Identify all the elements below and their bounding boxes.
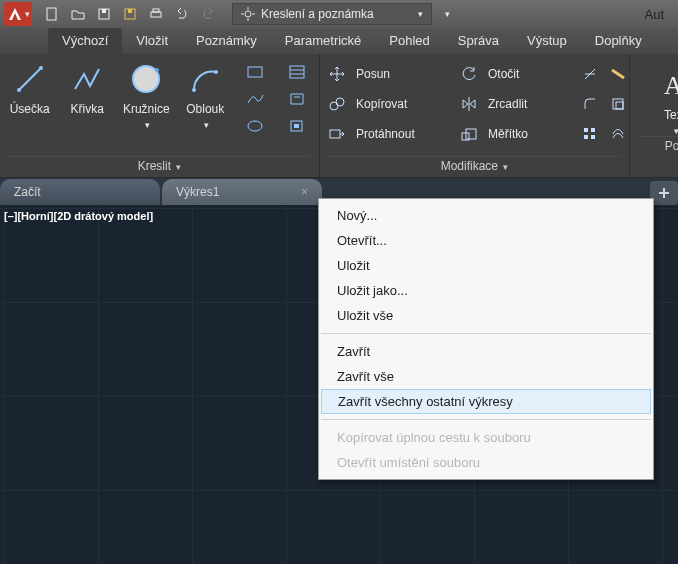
- qat-overflow-icon[interactable]: ▾: [434, 3, 458, 25]
- add-tab-button[interactable]: [650, 181, 678, 205]
- tab-parametricke[interactable]: Parametrické: [271, 28, 376, 54]
- svg-point-20: [248, 121, 262, 131]
- menu-save[interactable]: Uložit: [319, 253, 653, 278]
- app-logo[interactable]: ▾: [4, 2, 32, 26]
- ribbon-tabs: Výchozí Vložit Poznámky Parametrické Poh…: [0, 28, 678, 54]
- array-icon[interactable]: [582, 126, 606, 142]
- svg-rect-32: [466, 129, 476, 139]
- spline-icon[interactable]: [241, 87, 269, 111]
- tab-doplnky[interactable]: Doplňky: [581, 28, 656, 54]
- svg-text:A: A: [664, 71, 678, 100]
- doc-tab-vykres1[interactable]: Výkres1 ×: [162, 179, 322, 205]
- undo-icon[interactable]: [170, 3, 194, 25]
- svg-point-13: [17, 88, 21, 92]
- menu-new[interactable]: Nový...: [319, 203, 653, 228]
- menu-save-as[interactable]: Uložit jako...: [319, 278, 653, 303]
- panel-modify: Posun Otočit Kopírovat Zrcadlit Protáhno…: [320, 54, 630, 177]
- redo-icon[interactable]: [196, 3, 220, 25]
- mirror-button[interactable]: Zrcadlit: [488, 97, 578, 111]
- doc-tab-start-label: Začít: [14, 185, 41, 199]
- tool-circle[interactable]: Kružnice▾: [123, 60, 170, 130]
- print-icon[interactable]: [144, 3, 168, 25]
- stretch-icon[interactable]: [328, 125, 352, 143]
- svg-point-26: [330, 102, 338, 110]
- menu-separator: [321, 419, 651, 420]
- svg-rect-25: [294, 124, 299, 128]
- menu-close-all[interactable]: Zavřít vše: [319, 364, 653, 389]
- rotate-button[interactable]: Otočit: [488, 67, 578, 81]
- rectangle-icon[interactable]: [241, 60, 269, 84]
- doc-tab-vykres1-label: Výkres1: [176, 185, 219, 199]
- save-icon[interactable]: [92, 3, 116, 25]
- close-icon[interactable]: ×: [301, 185, 308, 199]
- circle-icon: [127, 60, 165, 98]
- draw-small-tools-2: [283, 60, 311, 138]
- svg-rect-4: [128, 9, 132, 13]
- menu-close-others[interactable]: Zavřít všechny ostatní výkresy: [321, 389, 651, 414]
- text-icon: A: [656, 66, 678, 104]
- chevron-down-icon: ▾: [418, 9, 423, 19]
- move-button[interactable]: Posun: [356, 67, 456, 81]
- menu-open[interactable]: Otevřít...: [319, 228, 653, 253]
- tool-line[interactable]: Úsečka: [8, 60, 51, 116]
- ellipse-icon[interactable]: [241, 114, 269, 138]
- svg-rect-35: [584, 135, 588, 139]
- tab-vlozit[interactable]: Vložit: [122, 28, 182, 54]
- tab-sprava[interactable]: Správa: [444, 28, 513, 54]
- svg-rect-36: [591, 135, 595, 139]
- tab-vystup[interactable]: Výstup: [513, 28, 581, 54]
- workspace-selector[interactable]: Kreslení a poznámka ▾: [232, 3, 432, 25]
- scale-button[interactable]: Měřítko: [488, 127, 578, 141]
- svg-point-16: [155, 68, 159, 72]
- ribbon-body: Úsečka Křivka Kružnice▾ Oblouk▾: [0, 54, 678, 178]
- svg-rect-34: [591, 128, 595, 132]
- fillet-icon[interactable]: [582, 96, 606, 112]
- svg-rect-28: [613, 99, 623, 109]
- new-icon[interactable]: [40, 3, 64, 25]
- panel-annot-title[interactable]: Poz: [638, 136, 678, 155]
- trim-icon[interactable]: [582, 66, 606, 82]
- context-menu: Nový... Otevřít... Uložit Uložit jako...…: [318, 198, 654, 480]
- viewport-label[interactable]: [–][Horní][2D drátový model]: [4, 210, 153, 222]
- point-icon[interactable]: [283, 114, 311, 138]
- menu-close[interactable]: Zavřít: [319, 339, 653, 364]
- tool-curve-label: Křivka: [70, 102, 103, 116]
- tool-text[interactable]: A Text▾: [656, 66, 678, 136]
- stretch-button[interactable]: Protáhnout: [356, 127, 456, 141]
- tab-vychozi[interactable]: Výchozí: [48, 28, 122, 54]
- svg-point-18: [214, 70, 218, 74]
- svg-rect-21: [290, 66, 304, 78]
- menu-open-location: Otevřít umístění souboru: [319, 450, 653, 475]
- saveas-icon[interactable]: [118, 3, 142, 25]
- region-icon[interactable]: [283, 87, 311, 111]
- svg-rect-5: [151, 12, 161, 17]
- line-icon: [11, 60, 49, 98]
- tool-arc-label: Oblouk: [186, 102, 224, 116]
- scale-icon[interactable]: [460, 125, 484, 143]
- tab-poznamky[interactable]: Poznámky: [182, 28, 271, 54]
- rotate-icon[interactable]: [460, 65, 484, 83]
- menu-copy-path: Kopírovat úplnou cestu k souboru: [319, 425, 653, 450]
- tool-curve[interactable]: Křivka: [65, 60, 108, 116]
- copy-button[interactable]: Kopírovat: [356, 97, 456, 111]
- panel-modify-title[interactable]: Modifikace ▾: [328, 156, 621, 175]
- hatch-icon[interactable]: [283, 60, 311, 84]
- svg-point-17: [192, 88, 196, 92]
- tab-pohled[interactable]: Pohled: [375, 28, 443, 54]
- panel-annotation: A Text▾ Poz: [630, 54, 678, 177]
- copy-icon[interactable]: [328, 95, 352, 113]
- mirror-icon[interactable]: [460, 95, 484, 113]
- gear-icon: [241, 7, 255, 21]
- svg-rect-19: [248, 67, 262, 77]
- doc-tab-start[interactable]: Začít: [0, 179, 160, 205]
- panel-draw: Úsečka Křivka Kružnice▾ Oblouk▾: [0, 54, 320, 177]
- menu-save-all[interactable]: Uložit vše: [319, 303, 653, 328]
- svg-rect-33: [584, 128, 588, 132]
- panel-draw-title[interactable]: Kreslit ▾: [8, 156, 311, 175]
- polyline-icon: [68, 60, 106, 98]
- svg-point-14: [39, 66, 43, 70]
- open-icon[interactable]: [66, 3, 90, 25]
- move-icon[interactable]: [328, 65, 352, 83]
- svg-rect-2: [102, 9, 106, 13]
- tool-arc[interactable]: Oblouk▾: [184, 60, 227, 130]
